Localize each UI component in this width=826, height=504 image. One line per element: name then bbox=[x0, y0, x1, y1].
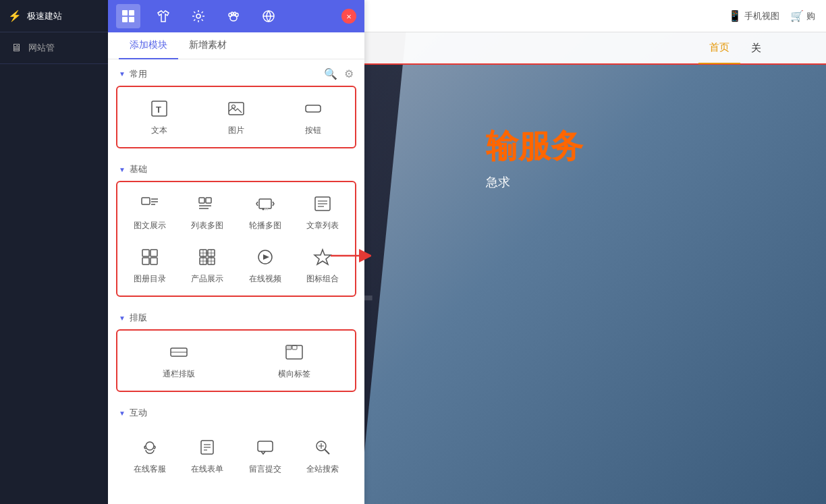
panel-close-button[interactable]: × bbox=[341, 9, 356, 24]
section-label-common: 常用 bbox=[130, 68, 147, 80]
video-icon bbox=[256, 248, 275, 269]
album-icon bbox=[140, 248, 159, 269]
module-horizontal-tab[interactable]: 横向标签 bbox=[238, 336, 350, 385]
carousel-icon bbox=[256, 194, 275, 216]
hero-title: 输服务 bbox=[486, 127, 583, 166]
module-image[interactable]: 图片 bbox=[200, 92, 273, 142]
logo-text: 极速建站 bbox=[27, 10, 62, 22]
buy-btn[interactable]: 🛒 购 bbox=[790, 9, 815, 22]
svg-rect-22 bbox=[206, 198, 211, 203]
svg-point-27 bbox=[264, 208, 266, 211]
module-online-form[interactable]: 在线表单 bbox=[181, 431, 235, 480]
layout-module-grid: 通栏排版 横向标签 bbox=[116, 329, 356, 392]
text-icon: T bbox=[150, 99, 169, 121]
module-comment[interactable]: 留言提交 bbox=[238, 431, 292, 480]
panel-body: ▼ 常用 🔍 ⚙ T 文本 bbox=[108, 59, 364, 504]
svg-rect-34 bbox=[150, 250, 157, 256]
section-header-layout: ▼ 排版 bbox=[116, 304, 356, 329]
hero-section: 输服务 急求 bbox=[486, 127, 583, 190]
icon-group-label: 图标组合 bbox=[306, 273, 339, 285]
svg-rect-21 bbox=[199, 198, 204, 203]
nav-item-home[interactable]: 首页 bbox=[698, 32, 740, 64]
svg-text:T: T bbox=[156, 105, 161, 115]
module-online-service[interactable]: 在线客服 bbox=[123, 431, 177, 480]
svg-rect-35 bbox=[142, 258, 149, 264]
section-header-interactive: ▼ 互动 bbox=[116, 399, 356, 424]
article-list-icon bbox=[313, 194, 332, 216]
sub-tab-add-module[interactable]: 添加模块 bbox=[119, 32, 178, 59]
sidebar-item-label: 网站管 bbox=[28, 42, 55, 54]
module-video[interactable]: 在线视频 bbox=[238, 241, 292, 290]
site-search-label: 全站搜索 bbox=[306, 464, 339, 475]
module-panel: × 添加模块 新增素材 ▼ 常用 🔍 ⚙ T bbox=[108, 0, 364, 504]
svg-point-5 bbox=[196, 14, 200, 18]
svg-rect-14 bbox=[229, 103, 244, 115]
svg-rect-52 bbox=[292, 345, 297, 349]
module-button[interactable]: 按钮 bbox=[277, 92, 350, 142]
settings-icon[interactable]: ⚙ bbox=[344, 67, 354, 80]
triangle-icon-interactive: ▼ bbox=[119, 410, 126, 417]
svg-rect-16 bbox=[306, 105, 321, 112]
image-label: 图片 bbox=[228, 125, 244, 136]
article-list-label: 文章列表 bbox=[306, 220, 339, 231]
svg-rect-1 bbox=[122, 10, 128, 16]
interactive-module-grid: 在线客服 在线表单 bbox=[116, 424, 356, 487]
section-header-basic: ▼ 基础 bbox=[116, 155, 356, 181]
nav-item-about[interactable]: 关 bbox=[740, 32, 772, 64]
panel-tabs-row: × bbox=[108, 0, 364, 32]
online-form-icon bbox=[198, 438, 217, 459]
svg-marker-47 bbox=[314, 250, 331, 264]
comment-label: 留言提交 bbox=[249, 464, 281, 475]
svg-rect-2 bbox=[129, 10, 134, 16]
nav-bar: 首页 关 bbox=[364, 32, 826, 65]
arrow-annotation bbox=[331, 246, 371, 270]
svg-rect-25 bbox=[259, 199, 271, 208]
svg-point-9 bbox=[231, 12, 233, 15]
icon-group-icon bbox=[313, 248, 332, 269]
triangle-icon: ▼ bbox=[119, 70, 126, 78]
module-fullwidth[interactable]: 通栏排版 bbox=[123, 336, 234, 385]
svg-marker-46 bbox=[263, 254, 269, 260]
triangle-icon-layout: ▼ bbox=[119, 314, 126, 322]
svg-point-26 bbox=[262, 208, 264, 211]
tab-settings[interactable] bbox=[186, 4, 211, 28]
tab-shirt[interactable] bbox=[151, 4, 175, 28]
button-icon bbox=[304, 99, 323, 121]
fullwidth-label: 通栏排版 bbox=[163, 368, 195, 380]
album-label: 图册目录 bbox=[134, 273, 166, 285]
module-carousel[interactable]: 轮播多图 bbox=[238, 188, 292, 237]
module-site-search[interactable]: 全站搜索 bbox=[296, 431, 350, 480]
section-label-basic: 基础 bbox=[130, 163, 147, 175]
search-icon[interactable]: 🔍 bbox=[324, 67, 337, 80]
common-module-grid: T 文本 图片 bbox=[116, 86, 356, 148]
svg-rect-4 bbox=[129, 17, 134, 22]
module-text[interactable]: T 文本 bbox=[123, 92, 196, 142]
carousel-label: 轮播多图 bbox=[249, 220, 281, 231]
svg-rect-3 bbox=[122, 17, 128, 22]
module-product[interactable]: 产品展示 bbox=[181, 241, 235, 290]
section-label-layout: 排版 bbox=[130, 312, 147, 324]
svg-point-53 bbox=[146, 442, 154, 450]
mobile-view-btn[interactable]: 📱 手机视图 bbox=[728, 9, 779, 22]
svg-point-15 bbox=[232, 105, 236, 109]
mobile-icon: 📱 bbox=[728, 9, 742, 22]
tab-module[interactable] bbox=[116, 4, 140, 28]
product-label: 产品展示 bbox=[191, 273, 223, 285]
buy-icon: 🛒 bbox=[790, 9, 804, 22]
module-album[interactable]: 图册目录 bbox=[123, 241, 177, 290]
module-article-list[interactable]: 文章列表 bbox=[296, 188, 350, 237]
button-label: 按钮 bbox=[305, 125, 321, 136]
tab-link[interactable] bbox=[256, 4, 281, 28]
left-sidebar: ⚡ 极速建站 🖥 网站管 bbox=[0, 0, 108, 504]
fullwidth-icon bbox=[169, 343, 188, 364]
module-list-multi-img[interactable]: 列表多图 bbox=[181, 188, 235, 237]
online-form-label: 在线表单 bbox=[191, 464, 223, 475]
sub-tab-new-material[interactable]: 新增素材 bbox=[178, 32, 238, 59]
tab-paw[interactable] bbox=[221, 4, 246, 28]
section-header-common: ▼ 常用 🔍 ⚙ bbox=[116, 59, 356, 86]
module-image-text[interactable]: 图文展示 bbox=[123, 188, 177, 237]
svg-rect-17 bbox=[142, 198, 150, 204]
svg-rect-58 bbox=[258, 441, 273, 451]
site-icon: 🖥 bbox=[11, 42, 22, 54]
sidebar-item-site[interactable]: 🖥 网站管 bbox=[0, 32, 108, 64]
